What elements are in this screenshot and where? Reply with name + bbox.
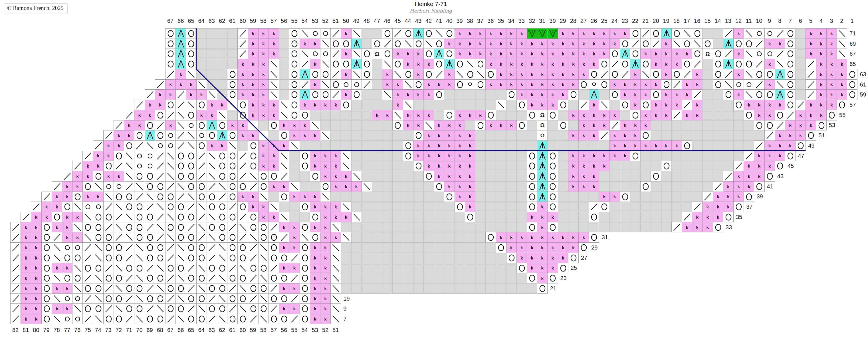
chart-cell-r57-c10: k [754,100,765,110]
chart-cell-r51-c40: k [444,130,455,141]
chart-cell-r51-c27: k [578,130,589,141]
chart-cell-r47-c73: k [103,151,114,161]
chart-cell-r37-c52: k [320,202,331,212]
chart-cell-r65-c56 [279,59,289,69]
chart-cell-r41-c10 [754,181,765,192]
chart-cell-r19-c77 [62,294,72,304]
chart-cell-r69-c50 [341,38,351,49]
chart-cell-r43-c39: k [455,171,465,182]
bottom-column-label-78: 78 [52,327,62,333]
bottom-column-label-71: 71 [124,327,134,333]
chart-cell-r63-c21 [640,69,651,80]
chart-cell-r61-c61 [227,80,238,90]
chart-cell-r65-c11 [744,59,754,69]
chart-cell-r69-c8: k [775,38,785,49]
chart-cell-r35-c76: k [72,212,83,222]
chart-cell-r43-c18 [672,171,682,182]
chart-cell-r59-c52 [320,89,331,100]
chart-cell-r45-c43 [413,161,424,171]
chart-cell-r41-c69 [145,181,155,192]
chart-cell-r55-c25: k [599,110,610,120]
chart-cell-r49-c68 [155,141,165,151]
chart-cell-r43-c27: k [578,171,589,182]
chart-cell-r31-c50 [341,232,351,243]
chart-cell-r39-c42 [424,191,434,202]
chart-cell-r37-c40 [444,202,455,212]
chart-cell-r37-c38: k [465,202,475,212]
chart-cell-r61-c62 [217,80,227,90]
chart-cell-r63-c13 [723,69,734,80]
chart-cell-r69-c31: k [537,38,548,49]
chart-cell-r35-c31: k [537,212,548,222]
chart-cell-r25-c49 [351,263,362,274]
chart-cell-r71-c42 [424,28,434,39]
chart-cell-r67-c51 [331,49,341,59]
column-header-14: 14 [713,18,723,24]
chart-cell-r27-c53: k [310,253,320,263]
chart-cell-r57-c23 [620,100,630,110]
chart-cell-r67-c13 [723,49,734,59]
chart-cell-r51-c47 [372,130,382,141]
chart-cell-r59-c17: k [682,89,692,100]
chart-cell-r39-c25: k [599,191,610,202]
chart-cell-r65-c23 [620,59,630,69]
chart-cell-r55-c32 [527,110,537,120]
chart-cell-r57-c11: k [744,100,754,110]
chart-cell-r59-c6 [795,89,806,100]
chart-cell-r47-c14 [713,151,723,161]
chart-cell-r47-c70 [134,151,145,161]
chart-cell-r65-c37 [475,59,486,69]
chart-cell-r23-c61 [227,273,238,283]
chart-cell-r65-c33: k [517,59,527,69]
chart-cell-r35-c25 [599,212,610,222]
chart-cell-r23-c49 [351,273,362,283]
chart-cell-r43-c30 [547,171,558,182]
chart-cell-r65-c61 [227,59,238,69]
chart-cell-r69-c18 [672,38,682,49]
chart-cell-r57-c70 [134,100,145,110]
chart-cell-r71-c45 [392,28,403,39]
chart-cell-r51-c14 [713,130,723,141]
chart-cell-r9-c61 [227,303,238,314]
chart-cell-r25-c69 [145,263,155,274]
chart-cell-r71-c61 [227,28,238,39]
chart-cell-r31-c48 [362,232,372,243]
chart-cell-r65-c25 [599,59,610,69]
chart-cell-r59-c12: k [733,89,744,100]
bottom-column-label-75: 75 [83,327,93,333]
column-header-35: 35 [496,18,506,24]
bottom-column-label-58: 58 [258,327,269,333]
chart-cell-r43-c46 [382,171,393,182]
chart-cell-r51-c15 [702,130,713,141]
chart-cell-r31-c76: k [72,232,83,243]
chart-cell-r45-c75: k [83,161,93,171]
chart-cell-r51-c33 [517,130,527,141]
chart-cell-r23-c53: k [310,273,320,283]
chart-cell-r19-c66 [176,294,186,304]
chart-cell-r57-c25 [599,100,610,110]
chart-cell-r55-c19: k [661,110,672,120]
chart-cell-r65-c47 [372,59,382,69]
chart-cell-r25-c39 [455,263,465,274]
chart-cell-r47-c17 [682,151,692,161]
chart-cell-r55-c60 [238,110,248,120]
chart-cell-r9-c74 [93,303,103,314]
chart-cell-r39-c22 [630,191,641,202]
row-label-59: 59 [860,91,866,98]
chart-cell-r49-c69 [145,141,155,151]
chart-cell-r27-c38 [465,253,475,263]
chart-cell-r67-c52 [320,49,331,59]
chart-cell-r33-c35 [496,222,506,233]
chart-cell-r69-c63 [207,38,217,49]
chart-cell-r55-c17: k [682,110,692,120]
chart-cell-r61-c58: k [258,80,269,90]
chart-cell-r69-c15 [702,38,713,49]
chart-cell-r55-c29 [558,110,568,120]
chart-cell-r33-c46 [382,222,393,233]
chart-cell-r7-c51 [331,314,341,324]
chart-cell-r67-c58: k [258,49,269,59]
chart-cell-r55-c40 [444,110,455,120]
chart-cell-r45-c76 [72,161,83,171]
chart-cell-r35-c55 [289,212,300,222]
row-label-35: 35 [736,214,742,220]
